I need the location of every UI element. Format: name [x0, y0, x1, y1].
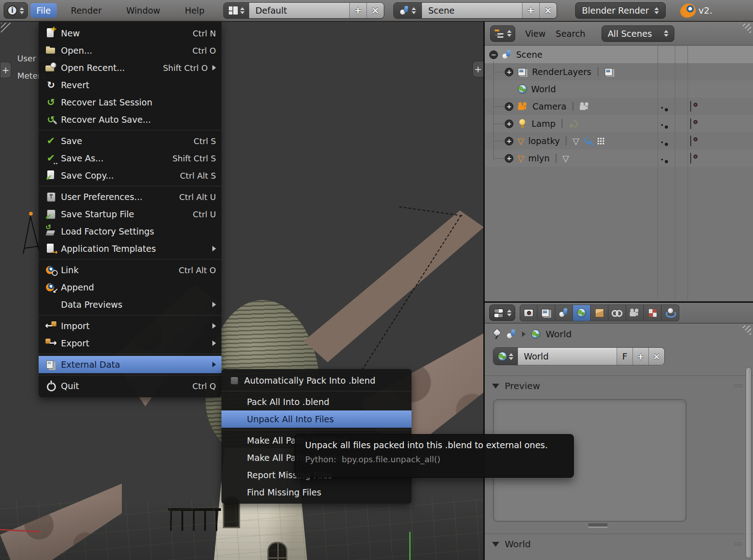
renderability-toggle[interactable] [690, 136, 691, 146]
scene-browse-button[interactable] [394, 3, 422, 18]
menu-item-shortcut: Ctrl Alt S [174, 171, 216, 180]
menu-item-quit[interactable]: Quit Ctrl Q [39, 377, 221, 395]
properties-scrollbar[interactable] [746, 367, 752, 558]
add-scene-button[interactable]: + [522, 3, 539, 18]
outliner-row-lamp[interactable]: Lamp [485, 115, 753, 132]
tab-render-layers[interactable] [537, 305, 555, 321]
editor-type-selector[interactable] [4, 2, 28, 19]
tab-object[interactable] [591, 305, 608, 321]
menu-item-find-missing-files[interactable]: Find Missing Files [221, 484, 412, 501]
tab-physics[interactable] [662, 305, 679, 321]
menu-item-recover-auto-save[interactable]: Recover Auto Save... [39, 111, 221, 128]
outliner-display-mode-dropdown[interactable]: All Scenes [602, 25, 674, 42]
menu-window[interactable]: Window [120, 3, 166, 18]
menu-item-data-previews[interactable]: Data Previews [39, 296, 221, 313]
expand-icon[interactable] [505, 120, 513, 128]
tab-render[interactable] [520, 305, 537, 321]
tab-world[interactable] [573, 305, 591, 321]
outliner-row-lopatky[interactable]: lopatky [485, 132, 753, 150]
region-corner-grip[interactable] [1, 23, 12, 34]
renderability-toggle[interactable] [690, 153, 691, 163]
expand-icon[interactable] [505, 102, 513, 111]
add-screen-layout-button[interactable]: + [349, 3, 366, 18]
toolshelf-expand-button[interactable] [0, 62, 11, 78]
blender-logo [681, 4, 696, 17]
submenu-arrow-icon [212, 246, 216, 251]
menu-item-load-factory-settings[interactable]: Load Factory Settings [39, 223, 221, 240]
menu-file[interactable]: File [30, 3, 57, 18]
menu-item-append[interactable]: Append [39, 279, 221, 296]
pin-icon[interactable] [492, 329, 501, 339]
menu-item-user-preferences[interactable]: User Preferences... Ctrl Alt U [39, 188, 221, 205]
menu-item-revert[interactable]: Revert [39, 76, 221, 94]
tooltip-python-code: bpy.ops.file.unpack_all() [341, 455, 440, 464]
outliner-menu-search[interactable]: Search [556, 29, 585, 39]
region-border[interactable] [483, 22, 485, 560]
screen-layout-name-field[interactable]: Default [249, 3, 349, 18]
panel-drag-grip[interactable] [734, 384, 743, 388]
tab-scene[interactable] [555, 305, 573, 321]
panel-drag-grip[interactable] [734, 542, 743, 546]
menu-item-link[interactable]: Link Ctrl Alt O [39, 261, 221, 279]
world-name-field[interactable]: World [518, 348, 617, 365]
render-engine-dropdown[interactable]: Blender Render [575, 2, 666, 19]
expand-icon[interactable] [505, 137, 513, 145]
outliner-editor: View Search All Scenes Scene RenderLayer… [485, 22, 753, 302]
outliner-row-renderlayers[interactable]: RenderLayers [485, 63, 753, 80]
menu-item-import[interactable]: Import [39, 317, 221, 335]
screen-layout-browse-button[interactable] [224, 3, 249, 18]
panel-expanded-arrow-icon [492, 542, 499, 547]
menu-item-recover-last-session[interactable]: Recover Last Session [39, 94, 221, 111]
menu-item-export[interactable]: Export [39, 335, 221, 352]
menu-item-save-as[interactable]: Save As... Shift Ctrl S [39, 150, 221, 167]
renderability-toggle[interactable] [690, 119, 691, 129]
menu-item-application-templates[interactable]: Application Templates [39, 240, 221, 257]
menu-item-new[interactable]: New Ctrl N [39, 25, 221, 42]
world-browse-button[interactable] [493, 348, 518, 365]
delete-screen-layout-button[interactable]: × [366, 3, 384, 18]
menu-item-save[interactable]: Save Ctrl S [39, 132, 221, 150]
collapse-icon[interactable] [489, 50, 498, 59]
menu-item-pack-all[interactable]: Pack All Into .blend [221, 393, 412, 410]
menu-item-save-copy[interactable]: Save Copy... Ctrl Alt S [39, 167, 221, 184]
panel-resize-handle[interactable] [588, 524, 607, 528]
editor-type-selector[interactable] [490, 25, 515, 42]
properties-header [485, 303, 753, 324]
user-preferences-icon [45, 191, 57, 202]
tab-texture[interactable] [644, 305, 662, 321]
properties-shelf-expand-button[interactable] [472, 61, 484, 77]
outliner-row-camera[interactable]: Camera [485, 98, 753, 115]
expand-icon[interactable] [505, 154, 513, 163]
tab-constraints[interactable] [608, 305, 626, 321]
editor-type-selector[interactable] [489, 305, 515, 321]
outliner-row-world[interactable]: World [485, 80, 753, 98]
pipe-divider [597, 67, 598, 76]
menu-help[interactable]: Help [179, 3, 210, 18]
preview-panel-header[interactable]: Preview [492, 375, 540, 396]
unlink-world-button[interactable]: × [648, 348, 664, 365]
fake-user-button[interactable]: F [617, 348, 633, 365]
checkbox-unchecked-icon[interactable] [231, 377, 238, 385]
menu-item-unpack-all[interactable]: Unpack All Into Files [221, 410, 412, 428]
scene-name-field[interactable]: Scene [422, 3, 522, 18]
renderability-toggle[interactable] [690, 101, 691, 111]
menu-item-label: Load Factory Settings [61, 226, 154, 236]
region-border[interactable] [484, 301, 753, 303]
world-panel-header[interactable]: World [492, 534, 531, 555]
outliner-row-mlyn[interactable]: mlyn [485, 150, 753, 167]
menu-item-automatically-pack[interactable]: Automatically Pack Into .blend [221, 372, 412, 389]
menu-item-external-data[interactable]: External Data [39, 356, 221, 373]
outliner-row-scene[interactable]: Scene [485, 46, 753, 63]
menu-item-open[interactable]: Open... Ctrl O [39, 42, 221, 59]
submenu-arrow-icon [212, 65, 216, 70]
region-corner-grip[interactable] [740, 325, 751, 336]
menu-item-label: Save [61, 136, 82, 146]
menu-render[interactable]: Render [65, 3, 108, 18]
menu-item-open-recent[interactable]: Open Recent... Shift Ctrl O [39, 59, 221, 76]
add-world-button[interactable]: + [633, 348, 648, 365]
outliner-menu-view[interactable]: View [525, 29, 546, 39]
tab-object-data[interactable] [626, 305, 644, 321]
delete-scene-button[interactable]: × [539, 3, 557, 18]
expand-icon[interactable] [505, 68, 513, 76]
menu-item-save-startup-file[interactable]: Save Startup File Ctrl U [39, 205, 221, 223]
